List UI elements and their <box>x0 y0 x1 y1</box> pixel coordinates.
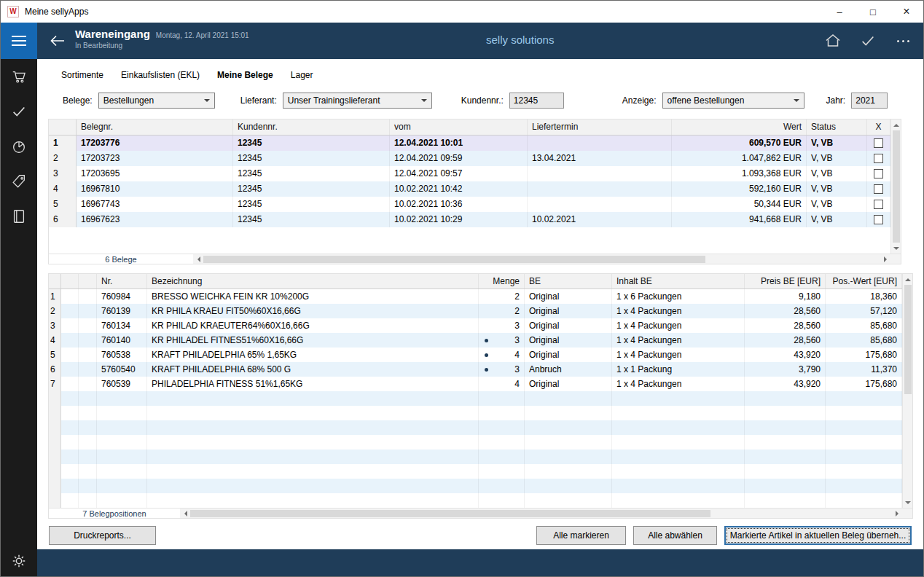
scroll-down-icon[interactable] <box>891 243 901 254</box>
row-checkbox[interactable] <box>874 215 883 224</box>
positionen-vertical-scrollbar[interactable] <box>902 274 912 508</box>
col-nr[interactable]: Nr. <box>97 274 147 288</box>
cell-be <box>525 420 612 435</box>
positionen-horizontal-scrollbar[interactable] <box>180 509 902 518</box>
cell-artikelnr: 760984 <box>97 289 147 304</box>
tab-sortimente[interactable]: Sortimente <box>61 70 103 80</box>
minimize-button[interactable]: – <box>823 1 856 23</box>
row-checkbox[interactable] <box>874 200 883 209</box>
col-pos-wert[interactable]: Pos.-Wert [EUR] <box>826 274 902 288</box>
cell-artikelnr: 760538 <box>97 348 147 362</box>
tab-einkaufslisten[interactable]: Einkaufslisten (EKL) <box>121 70 200 80</box>
cell-artikelnr <box>97 435 147 450</box>
belege-table-header: Belegnr. Kundennr. vom Liefertermin Wert… <box>49 119 890 136</box>
cell-artikelnr: 760134 <box>97 318 147 333</box>
row-number <box>49 435 61 450</box>
menu-icon[interactable] <box>1 23 37 59</box>
scroll-left-icon[interactable] <box>193 254 203 264</box>
alle-markieren-button[interactable]: Alle markieren <box>536 526 626 545</box>
scroll-down-icon[interactable] <box>903 498 913 508</box>
page-title: Wareneingang <box>75 28 150 40</box>
check-icon[interactable] <box>11 103 27 119</box>
col-status[interactable]: Status <box>807 119 867 135</box>
col-preis-be[interactable]: Preis BE [EUR] <box>745 274 826 288</box>
lieferant-dropdown[interactable]: Unser Trainingslieferant <box>283 93 432 109</box>
cell-menge: 3 <box>479 318 525 333</box>
position-row[interactable]: 7760539PHILADELPHIA FITNESS 51%1,65KG4Or… <box>49 377 902 391</box>
col-select[interactable]: X <box>867 119 890 135</box>
druckreports-button[interactable]: Druckreports... <box>49 526 156 545</box>
col-vom[interactable]: vom <box>390 119 528 135</box>
blank-cell <box>79 435 97 450</box>
beleg-row[interactable]: 4169678101234510.02.2021 10:42592,160 EU… <box>49 181 890 197</box>
catalog-icon[interactable] <box>11 208 27 224</box>
col-menge[interactable]: Menge <box>479 274 525 288</box>
header-gutter <box>49 274 61 288</box>
beleg-row[interactable]: 3172036951234512.04.2021 09:571.093,368 … <box>49 166 890 181</box>
menge-value: 4 <box>514 379 520 389</box>
belege-table-filler <box>49 227 890 254</box>
home-icon[interactable] <box>824 32 842 50</box>
beleg-row[interactable]: 6169676231234510.02.2021 10:2910.02.2021… <box>49 212 890 227</box>
scrollbar-thumb[interactable] <box>893 130 900 243</box>
col-liefertermin[interactable]: Liefertermin <box>528 119 672 135</box>
cell-inhalt-be <box>612 406 745 420</box>
scrollbar-thumb[interactable] <box>190 510 710 517</box>
belege-dropdown[interactable]: Bestellungen <box>98 93 215 109</box>
confirm-check-icon[interactable] <box>859 32 877 50</box>
row-checkbox[interactable] <box>874 169 883 178</box>
row-checkbox[interactable] <box>874 184 883 194</box>
scrollbar-thumb[interactable] <box>203 256 705 263</box>
scroll-right-icon[interactable] <box>880 254 890 264</box>
cart-icon[interactable] <box>11 68 27 85</box>
scroll-up-icon[interactable] <box>903 274 913 284</box>
col-bezeichnung[interactable]: Bezeichnung <box>147 274 479 288</box>
row-checkbox[interactable] <box>874 154 883 163</box>
marker-dot <box>485 339 488 342</box>
belege-vertical-scrollbar[interactable] <box>890 119 901 254</box>
tab-meine-belege[interactable]: Meine Belege <box>217 70 273 80</box>
col-belegnr[interactable]: Belegnr. <box>77 119 233 135</box>
settings-gear-icon[interactable] <box>1 553 37 569</box>
col-wert[interactable]: Wert <box>672 119 807 135</box>
position-row[interactable]: 3760134KR PHILAD KRAEUTER64%60X16,66G3Or… <box>49 318 902 333</box>
sidebar <box>1 23 37 576</box>
beleg-row[interactable]: 2172037231234512.04.2021 09:5913.04.2021… <box>49 151 890 166</box>
row-checkbox[interactable] <box>874 138 883 148</box>
scroll-left-icon[interactable] <box>180 509 190 519</box>
cell-vom: 12.04.2021 09:57 <box>390 166 528 181</box>
alle-abwaehlen-button[interactable]: Alle abwählen <box>633 526 717 545</box>
scroll-right-icon[interactable] <box>892 509 902 519</box>
col-kundennr[interactable]: Kundennr. <box>233 119 390 135</box>
cell-preis-be <box>745 450 826 464</box>
jahr-input[interactable]: 2021 <box>851 93 888 109</box>
marker-dot <box>485 368 488 372</box>
col-be[interactable]: BE <box>525 274 612 288</box>
pie-chart-icon[interactable] <box>11 138 27 154</box>
col-inhalt-be[interactable]: Inhalt BE <box>612 274 745 288</box>
kundennr-input[interactable]: 12345 <box>509 93 564 109</box>
position-row[interactable]: 5760538KRAFT PHILADELPHIA 65% 1,65KG4Ori… <box>49 348 902 362</box>
back-arrow-icon[interactable] <box>47 31 68 51</box>
maximize-button[interactable]: □ <box>856 1 890 23</box>
beleg-row[interactable]: 5169677431234510.02.2021 10:3650,344 EUR… <box>49 197 890 212</box>
tab-lager[interactable]: Lager <box>291 70 313 80</box>
cell-bezeichnung: KRAFT PHILADELPHIA 68% 500 G <box>147 362 479 377</box>
blank-cell <box>61 420 79 435</box>
more-options-icon[interactable] <box>894 32 912 50</box>
close-button[interactable]: × <box>890 1 923 23</box>
cell-pos-wert <box>826 450 902 464</box>
uebernehmen-button[interactable]: Markierte Artikel in aktuellen Beleg übe… <box>724 526 912 545</box>
anzeige-dropdown[interactable]: offene Bestellungen <box>662 93 804 109</box>
cell-bezeichnung: KR PHILAD KRAEUTER64%60X16,66G <box>147 318 479 333</box>
position-row[interactable]: 1760984BRESSO WEICHKA FEIN KR 10%200G2Or… <box>49 289 902 304</box>
scrollbar-thumb[interactable] <box>904 285 912 394</box>
cell-preis-be: 43,920 <box>745 348 826 362</box>
beleg-row[interactable]: 1172037761234512.04.2021 10:01609,570 EU… <box>49 136 890 151</box>
position-row[interactable]: 2760139KR PHILA KRAEU FIT50%60X16,66G2Or… <box>49 304 902 318</box>
belege-horizontal-scrollbar[interactable] <box>193 254 890 264</box>
scroll-up-icon[interactable] <box>891 119 901 130</box>
price-tag-icon[interactable] <box>11 173 27 189</box>
position-row[interactable]: 4760140KR PHILADEL FITNES51%60X16,66G3Or… <box>49 333 902 348</box>
position-row[interactable]: 65760540KRAFT PHILADELPHIA 68% 500 G3Anb… <box>49 362 902 377</box>
